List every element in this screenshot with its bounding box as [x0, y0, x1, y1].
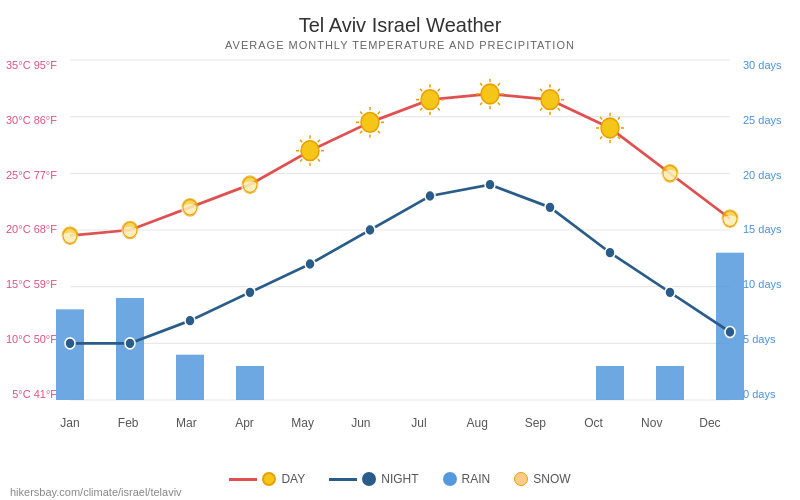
svg-line-22 [318, 140, 320, 142]
x-axis-label: Mar [166, 416, 206, 430]
x-axis-label: May [283, 416, 323, 430]
chart-subtitle: AVERAGE MONTHLY TEMPERATURE AND PRECIPIT… [0, 39, 800, 51]
x-axis-label: Oct [574, 416, 614, 430]
night-dot [425, 191, 435, 202]
svg-line-46 [498, 83, 500, 85]
rain-bar [596, 366, 624, 400]
svg-line-26 [360, 131, 362, 133]
svg-line-48 [558, 108, 560, 110]
legend-rain-label: RAIN [462, 472, 491, 486]
chart-container: Tel Aviv Israel Weather AVERAGE MONTHLY … [0, 0, 800, 500]
legend-snow-icon [514, 472, 528, 486]
left-axis-label: 5°C 41°F [12, 389, 57, 400]
x-axis-labels: JanFebMarAprMayJunJulAugSepOctNovDec [70, 416, 730, 430]
left-axis-label: 15°C 59°F [6, 279, 57, 290]
night-dot [125, 338, 135, 349]
right-axis: 30 days25 days20 days15 days10 days5 day… [735, 60, 800, 400]
chart-area [70, 60, 730, 400]
x-axis-label: Aug [457, 416, 497, 430]
svg-line-30 [378, 111, 380, 113]
svg-line-52 [540, 89, 542, 91]
legend-day-line [229, 478, 257, 481]
legend-day: DAY [229, 472, 305, 486]
svg-line-58 [600, 137, 602, 139]
main-svg [70, 60, 730, 400]
rain-bar [656, 366, 684, 400]
night-dot [245, 287, 255, 298]
night-dot [605, 247, 615, 258]
svg-line-18 [300, 159, 302, 161]
legend-snow: SNOW [514, 472, 570, 486]
svg-line-34 [420, 108, 422, 110]
svg-line-28 [360, 111, 362, 113]
svg-line-36 [420, 89, 422, 91]
legend-snow-label: SNOW [533, 472, 570, 486]
legend-night-line [329, 478, 357, 481]
legend-rain-icon [443, 472, 457, 486]
left-axis-label: 35°C 95°F [6, 60, 57, 71]
svg-line-54 [558, 89, 560, 91]
legend-rain: RAIN [443, 472, 491, 486]
right-axis-label: 30 days [743, 60, 782, 71]
right-axis-label: 25 days [743, 115, 782, 126]
legend-day-icon [262, 472, 276, 486]
legend-day-label: DAY [281, 472, 305, 486]
rain-bar [236, 366, 264, 400]
legend-night-icon [362, 472, 376, 486]
night-dot [725, 327, 735, 338]
right-axis-label: 5 days [743, 334, 775, 345]
legend-night-label: NIGHT [381, 472, 418, 486]
right-axis-label: 10 days [743, 279, 782, 290]
day-sun-icon [481, 84, 499, 104]
day-sun-icon [301, 141, 319, 161]
svg-line-32 [438, 108, 440, 110]
night-dot [665, 287, 675, 298]
left-axis: 35°C 95°F30°C 86°F25°C 77°F20°C 68°F15°C… [0, 60, 65, 400]
left-axis-label: 30°C 86°F [6, 115, 57, 126]
svg-line-42 [480, 103, 482, 105]
left-axis-label: 10°C 50°F [6, 334, 57, 345]
right-axis-label: 20 days [743, 170, 782, 181]
right-axis-label: 15 days [743, 224, 782, 235]
night-dot [305, 259, 315, 270]
x-axis-label: Dec [690, 416, 730, 430]
chart-legend: DAY NIGHT RAIN SNOW [0, 472, 800, 486]
svg-line-40 [498, 103, 500, 105]
night-dot [365, 225, 375, 236]
day-sun-icon [421, 90, 439, 110]
svg-line-50 [540, 108, 542, 110]
night-dot [185, 315, 195, 326]
svg-line-20 [300, 140, 302, 142]
day-sun-icon [541, 90, 559, 110]
day-sun-icon [601, 118, 619, 138]
day-sun-icon [361, 112, 379, 132]
svg-line-62 [618, 117, 620, 119]
night-dot [545, 202, 555, 213]
left-axis-label: 20°C 68°F [6, 224, 57, 235]
x-axis-label: Jan [50, 416, 90, 430]
watermark: hikersbay.com/climate/israel/telaviv [10, 486, 182, 498]
x-axis-label: Jul [399, 416, 439, 430]
svg-line-44 [480, 83, 482, 85]
x-axis-label: Apr [225, 416, 265, 430]
x-axis-label: Jun [341, 416, 381, 430]
legend-night: NIGHT [329, 472, 418, 486]
rain-bar [176, 355, 204, 400]
svg-line-60 [600, 117, 602, 119]
svg-line-38 [438, 89, 440, 91]
night-dot [485, 179, 495, 190]
right-axis-label: 0 days [743, 389, 775, 400]
svg-line-24 [378, 131, 380, 133]
x-axis-label: Feb [108, 416, 148, 430]
rain-bar [56, 309, 84, 400]
night-dot [65, 338, 75, 349]
chart-title: Tel Aviv Israel Weather [0, 0, 800, 37]
x-axis-label: Nov [632, 416, 672, 430]
x-axis-label: Sep [515, 416, 555, 430]
svg-line-16 [318, 159, 320, 161]
left-axis-label: 25°C 77°F [6, 170, 57, 181]
